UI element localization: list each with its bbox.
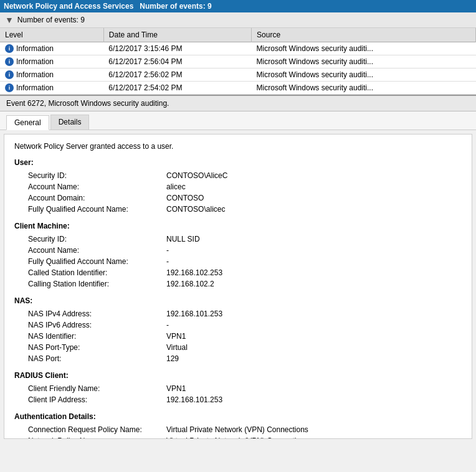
field-value: Virtual [164,342,470,352]
cell-source: Microsoft Windows security auditi... [252,82,476,95]
field-row: Account Domain:CONTOSO [26,193,470,203]
field-value: 129 [164,354,470,364]
field-value: alicec [164,182,470,192]
tab-general[interactable]: General [6,115,49,130]
field-row: Security ID:CONTOSO\AliceC [26,171,470,181]
field-value: VPN1 [164,331,470,341]
field-row: Security ID:NULL SID [26,234,470,244]
table-row[interactable]: iInformation6/12/2017 3:15:46 PMMicrosof… [0,42,476,55]
field-value: - [164,320,470,330]
info-icon: i [5,57,14,66]
col-header-level: Level [0,28,103,42]
field-table: Connection Request Policy Name:Virtual P… [24,423,472,439]
events-table: Level Date and Time Source iInformation6… [0,28,476,95]
cell-datetime: 6/12/2017 2:56:04 PM [103,55,251,68]
section-label: Client Machine: [14,222,462,230]
field-name: Fully Qualified Account Name: [26,257,163,267]
level-text: Information [16,70,54,79]
field-value: VPN1 [164,384,470,394]
cell-source: Microsoft Windows security auditi... [252,68,476,82]
field-name: Account Name: [26,245,163,255]
field-value: 192.168.101.253 [164,309,470,319]
event-count-text: Number of events: 9 [17,16,85,24]
cell-level: iInformation [0,42,103,55]
field-row: NAS IPv6 Address:- [26,320,470,330]
cell-source: Microsoft Windows security auditi... [252,42,476,55]
field-row: NAS Port:129 [26,354,470,364]
details-section: Authentication Details:Connection Reques… [14,412,462,439]
title-event-count: Number of events: 9 [140,2,211,11]
field-name: NAS IPv4 Address: [26,309,163,319]
field-row: NAS IPv4 Address:192.168.101.253 [26,309,470,319]
filter-icon[interactable]: ▼ [5,15,14,25]
field-row: Calling Station Identifier:192.168.102.2 [26,279,470,289]
field-row: Called Station Identifier:192.168.102.25… [26,268,470,278]
level-text: Information [16,83,54,92]
field-row: NAS Identifier:VPN1 [26,331,470,341]
events-table-container: Level Date and Time Source iInformation6… [0,28,476,96]
field-value: - [164,257,470,267]
cell-source: Microsoft Windows security auditi... [252,55,476,68]
field-row: Account Name:alicec [26,182,470,192]
section-label: RADIUS Client: [14,371,462,380]
field-row: Connection Request Policy Name:Virtual P… [26,425,470,435]
field-name: Security ID: [26,171,163,181]
field-value: - [164,245,470,255]
field-value: 192.168.101.253 [164,395,470,405]
details-section: RADIUS Client:Client Friendly Name:VPN1C… [14,371,462,406]
info-icon: i [5,44,14,53]
field-name: NAS Port-Type: [26,342,163,352]
field-name: Calling Station Identifier: [26,279,163,289]
col-header-source: Source [252,28,476,42]
field-name: Account Name: [26,182,163,192]
field-name: NAS Port: [26,354,163,364]
field-row: Fully Qualified Account Name:- [26,257,470,267]
field-name: Connection Request Policy Name: [26,425,163,435]
field-row: Fully Qualified Account Name:CONTOSO\ali… [26,204,470,214]
field-name: Fully Qualified Account Name: [26,204,163,214]
event-description-bar: Event 6272, Microsoft Windows security a… [0,96,476,111]
field-table: NAS IPv4 Address:192.168.101.253NAS IPv6… [24,308,472,365]
details-section: NAS:NAS IPv4 Address:192.168.101.253NAS … [14,296,462,365]
field-value: CONTOSO [164,193,470,203]
field-name: Called Station Identifier: [26,268,163,278]
field-row: Network Policy Name:Virtual Private Netw… [26,436,470,439]
field-row: Client Friendly Name:VPN1 [26,384,470,394]
event-description-text: Event 6272, Microsoft Windows security a… [6,99,169,108]
field-table: Client Friendly Name:VPN1Client IP Addre… [24,382,472,406]
cell-level: iInformation [0,82,103,95]
level-text: Information [16,44,54,53]
field-name: Account Domain: [26,193,163,203]
field-table: Security ID:CONTOSO\AliceCAccount Name:a… [24,169,472,215]
field-value: 192.168.102.2 [164,279,470,289]
field-name: Client Friendly Name: [26,384,163,394]
cell-level: iInformation [0,68,103,82]
cell-datetime: 6/12/2017 2:56:02 PM [103,68,251,82]
title-bar: Network Policy and Access Services Numbe… [0,0,476,12]
section-label: NAS: [14,296,462,305]
tab-details[interactable]: Details [50,115,90,130]
app-title: Network Policy and Access Services [4,2,133,11]
table-row[interactable]: iInformation6/12/2017 2:54:02 PMMicrosof… [0,82,476,95]
field-table: Security ID:NULL SIDAccount Name:-Fully … [24,233,472,290]
table-row[interactable]: iInformation6/12/2017 2:56:04 PMMicrosof… [0,55,476,68]
field-value: Virtual Private Network (VPN) Connection… [164,425,470,435]
event-count-bar: ▼ Number of events: 9 [0,12,476,28]
section-label: Authentication Details: [14,412,462,421]
field-name: Client IP Address: [26,395,163,405]
table-header-row: Level Date and Time Source [0,28,476,42]
field-row: Client IP Address:192.168.101.253 [26,395,470,405]
tabs-bar: General Details [0,111,476,130]
field-value: Virtual Private Network (VPN) Connection… [164,436,470,439]
field-value: 192.168.102.253 [164,268,470,278]
level-text: Information [16,57,54,66]
field-name: Security ID: [26,234,163,244]
col-header-datetime: Date and Time [103,28,251,42]
cell-datetime: 6/12/2017 2:54:02 PM [103,82,251,95]
field-row: Account Name:- [26,245,470,255]
table-row[interactable]: iInformation6/12/2017 2:56:02 PMMicrosof… [0,68,476,82]
field-name: NAS Identifier: [26,331,163,341]
details-panel: Network Policy Server granted access to … [4,134,472,439]
field-row: NAS Port-Type:Virtual [26,342,470,352]
details-section: User:Security ID:CONTOSO\AliceCAccount N… [14,158,462,215]
